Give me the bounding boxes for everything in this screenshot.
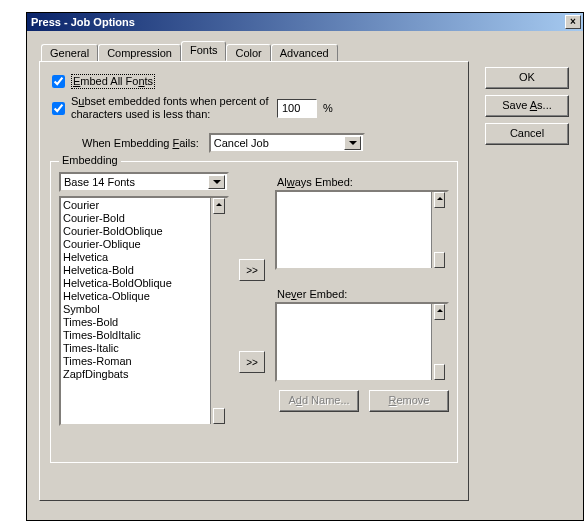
button-label: OK bbox=[519, 71, 535, 83]
button-label: Cancel bbox=[510, 127, 544, 139]
fonts-panel: Embed All Fonts Subset embedded fonts wh… bbox=[39, 61, 469, 501]
cancel-button[interactable]: Cancel bbox=[485, 123, 569, 145]
job-options-dialog: Press - Job Options × General Compressio… bbox=[26, 12, 584, 521]
always-embed-list[interactable] bbox=[275, 190, 449, 270]
list-item[interactable]: Helvetica bbox=[63, 251, 225, 264]
ok-button[interactable]: OK bbox=[485, 67, 569, 89]
never-embed-label: Never Embed: bbox=[277, 288, 449, 300]
scroll-up-icon bbox=[437, 197, 443, 200]
save-as-button[interactable]: Save As... bbox=[485, 95, 569, 117]
available-fonts-list[interactable]: CourierCourier-BoldCourier-BoldObliqueCo… bbox=[59, 196, 229, 426]
scroll-up-icon bbox=[216, 203, 222, 206]
dialog-buttons: OK Save As... Cancel bbox=[485, 67, 569, 145]
list-item[interactable]: Helvetica-Bold bbox=[63, 264, 225, 277]
embedding-fails-row: When Embedding Fails: Cancel Job bbox=[50, 133, 458, 153]
tab-label: Fonts bbox=[190, 44, 218, 56]
scroll-down-icon bbox=[216, 416, 222, 419]
font-source-dropdown[interactable]: Base 14 Fonts bbox=[59, 172, 229, 192]
scroll-up-icon bbox=[437, 309, 443, 312]
list-item[interactable]: Helvetica-Oblique bbox=[63, 290, 225, 303]
embed-all-checkbox[interactable] bbox=[52, 75, 65, 88]
add-always-button[interactable]: >> bbox=[239, 259, 265, 281]
fieldset-legend: Embedding bbox=[59, 154, 121, 166]
tab-compression[interactable]: Compression bbox=[98, 44, 181, 62]
list-item[interactable]: Times-Italic bbox=[63, 342, 225, 355]
remove-button[interactable]: Remove bbox=[369, 390, 449, 412]
embedding-grid: Base 14 Fonts CourierCourier-BoldCourier… bbox=[59, 172, 449, 426]
embed-all-row: Embed All Fonts bbox=[50, 74, 458, 89]
chevron-right-icon: >> bbox=[246, 357, 258, 368]
subset-label: Subset embedded fonts when percent of ch… bbox=[71, 95, 271, 121]
list-action-buttons: Add Name... Remove bbox=[275, 390, 449, 412]
close-button[interactable]: × bbox=[565, 15, 581, 29]
tab-label: Advanced bbox=[280, 47, 329, 59]
subset-row: Subset embedded fonts when percent of ch… bbox=[50, 95, 458, 121]
embedding-right-col: Always Embed: Never Embed: Add Name... R… bbox=[275, 172, 449, 426]
list-item[interactable]: Symbol bbox=[63, 303, 225, 316]
add-never-button[interactable]: >> bbox=[239, 351, 265, 373]
embedding-fails-dropdown[interactable]: Cancel Job bbox=[209, 133, 365, 153]
scrollbar[interactable] bbox=[431, 304, 447, 380]
embedding-left-col: Base 14 Fonts CourierCourier-BoldCourier… bbox=[59, 172, 229, 426]
dropdown-value: Cancel Job bbox=[214, 137, 269, 149]
chevron-right-icon: >> bbox=[246, 265, 258, 276]
list-item[interactable]: Times-Bold bbox=[63, 316, 225, 329]
always-embed-label: Always Embed: bbox=[277, 176, 449, 188]
percent-sign: % bbox=[323, 102, 333, 114]
tab-row: General Compression Fonts Color Advanced bbox=[41, 41, 571, 61]
add-name-button[interactable]: Add Name... bbox=[279, 390, 359, 412]
list-item[interactable]: Courier-BoldOblique bbox=[63, 225, 225, 238]
list-item[interactable]: Times-Roman bbox=[63, 355, 225, 368]
subset-checkbox[interactable] bbox=[52, 102, 65, 115]
list-item[interactable]: Courier bbox=[63, 199, 225, 212]
tab-label: Color bbox=[235, 47, 261, 59]
dialog-content: General Compression Fonts Color Advanced… bbox=[27, 31, 583, 520]
never-embed-list[interactable] bbox=[275, 302, 449, 382]
embedding-fails-label: When Embedding Fails: bbox=[82, 137, 199, 149]
window-title: Press - Job Options bbox=[31, 16, 135, 28]
tab-fonts[interactable]: Fonts bbox=[181, 41, 227, 61]
titlebar: Press - Job Options × bbox=[27, 13, 583, 31]
scroll-down-icon bbox=[437, 372, 443, 375]
tab-general[interactable]: General bbox=[41, 44, 98, 62]
scrollbar[interactable] bbox=[431, 192, 447, 268]
chevron-down-icon bbox=[349, 141, 357, 145]
list-item[interactable]: Helvetica-BoldOblique bbox=[63, 277, 225, 290]
embedding-mid-col: >> >> bbox=[239, 172, 265, 426]
embedding-fieldset: Embedding Base 14 Fonts CourierCourier-B… bbox=[50, 161, 458, 463]
tab-color[interactable]: Color bbox=[226, 44, 270, 62]
list-item[interactable]: Courier-Bold bbox=[63, 212, 225, 225]
list-item[interactable]: ZapfDingbats bbox=[63, 368, 225, 381]
scrollbar[interactable] bbox=[210, 198, 227, 424]
dropdown-value: Base 14 Fonts bbox=[64, 176, 135, 188]
tab-label: General bbox=[50, 47, 89, 59]
list-item[interactable]: Times-BoldItalic bbox=[63, 329, 225, 342]
scroll-down-icon bbox=[437, 260, 443, 263]
list-item[interactable]: Courier-Oblique bbox=[63, 238, 225, 251]
tab-label: Compression bbox=[107, 47, 172, 59]
embed-all-label: Embed All Fonts bbox=[71, 74, 155, 89]
tab-advanced[interactable]: Advanced bbox=[271, 44, 338, 62]
chevron-down-icon bbox=[213, 180, 221, 184]
subset-percent-input[interactable] bbox=[277, 99, 317, 118]
